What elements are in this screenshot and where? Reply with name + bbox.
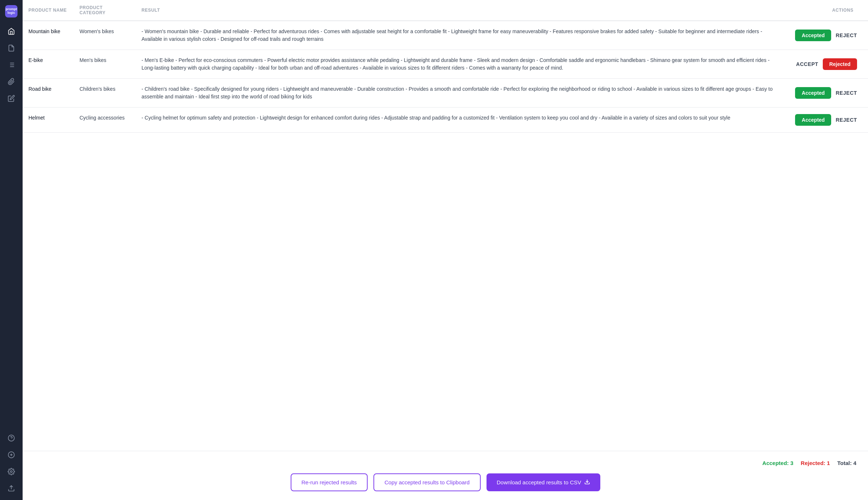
table-row: Mountain bikeWomen's bikes- Women's moun… bbox=[23, 21, 868, 50]
actions-group: AcceptedREJECT bbox=[795, 87, 857, 99]
cell-result: - Cycling helmet for optimum safety and … bbox=[136, 108, 789, 133]
total-label: Total: bbox=[837, 460, 852, 466]
cell-actions: AcceptedREJECT bbox=[789, 79, 868, 108]
header-result: RESULT bbox=[136, 0, 789, 21]
rejected-button[interactable]: Rejected bbox=[823, 58, 857, 70]
accepted-label: Accepted: bbox=[762, 460, 789, 466]
cell-actions: AcceptedREJECT bbox=[789, 108, 868, 133]
main-content: PRODUCT NAME PRODUCT CATEGORY RESULT ACT… bbox=[23, 0, 868, 500]
sidebar: promptlogic bbox=[0, 0, 23, 500]
cell-actions: AcceptedREJECT bbox=[789, 21, 868, 50]
cell-result: - Children's road bike - Specifically de… bbox=[136, 79, 789, 108]
cell-product-category: Children's bikes bbox=[74, 79, 136, 108]
accepted-stat: Accepted: 3 bbox=[762, 460, 795, 466]
total-count: 4 bbox=[853, 460, 856, 466]
actions-group: ACCEPTRejected bbox=[795, 58, 857, 70]
cell-product-category: Cycling accessories bbox=[74, 108, 136, 133]
accepted-button[interactable]: Accepted bbox=[795, 87, 831, 99]
cell-product-name: Road bike bbox=[23, 79, 74, 108]
settings-icon[interactable] bbox=[4, 464, 19, 479]
cell-product-name: Helmet bbox=[23, 108, 74, 133]
reject-button[interactable]: REJECT bbox=[836, 90, 857, 96]
rerun-button[interactable]: Re-run rejected results bbox=[291, 473, 368, 491]
accepted-button[interactable]: Accepted bbox=[795, 30, 831, 41]
accept-button[interactable]: ACCEPT bbox=[796, 61, 818, 67]
home-icon[interactable] bbox=[4, 24, 19, 39]
rejected-count: 1 bbox=[827, 460, 830, 466]
rejected-stat: Rejected: 1 bbox=[801, 460, 832, 466]
footer: Accepted: 3 Rejected: 1 Total: 4 Re-run … bbox=[23, 451, 868, 500]
document-icon[interactable] bbox=[4, 41, 19, 55]
accepted-count: 3 bbox=[790, 460, 793, 466]
total-stat: Total: 4 bbox=[837, 460, 856, 466]
actions-group: AcceptedREJECT bbox=[795, 30, 857, 41]
rejected-label: Rejected: bbox=[801, 460, 826, 466]
table-header-row: PRODUCT NAME PRODUCT CATEGORY RESULT ACT… bbox=[23, 0, 868, 21]
table-wrapper: PRODUCT NAME PRODUCT CATEGORY RESULT ACT… bbox=[23, 0, 868, 451]
logo-box: promptlogic bbox=[5, 5, 18, 17]
svg-point-11 bbox=[11, 471, 12, 473]
copy-button[interactable]: Copy accepted results to Clipboard bbox=[373, 473, 480, 491]
header-product-category: PRODUCT CATEGORY bbox=[74, 0, 136, 21]
header-product-name: PRODUCT NAME bbox=[23, 0, 74, 21]
edit-icon[interactable] bbox=[4, 91, 19, 106]
results-table: PRODUCT NAME PRODUCT CATEGORY RESULT ACT… bbox=[23, 0, 868, 133]
money-icon[interactable] bbox=[4, 448, 19, 462]
cell-actions: ACCEPTRejected bbox=[789, 50, 868, 79]
table-row: E-bikeMen's bikes- Men's E-bike - Perfec… bbox=[23, 50, 868, 79]
accepted-button[interactable]: Accepted bbox=[795, 114, 831, 126]
reject-button[interactable]: REJECT bbox=[836, 117, 857, 123]
paperclip-icon[interactable] bbox=[4, 74, 19, 89]
reject-button[interactable]: REJECT bbox=[836, 32, 857, 38]
logo: promptlogic bbox=[4, 4, 18, 18]
download-label: Download accepted results to CSV bbox=[497, 479, 581, 485]
header-actions: ACTIONS bbox=[789, 0, 868, 21]
download-icon bbox=[584, 479, 590, 486]
stats-bar: Accepted: 3 Rejected: 1 Total: 4 bbox=[34, 460, 856, 466]
download-button[interactable]: Download accepted results to CSV bbox=[487, 473, 600, 491]
cell-product-category: Women's bikes bbox=[74, 21, 136, 50]
table-row: Road bikeChildren's bikes- Children's ro… bbox=[23, 79, 868, 108]
table-row: HelmetCycling accessories- Cycling helme… bbox=[23, 108, 868, 133]
cell-result: - Men's E-bike - Perfect for eco-conscio… bbox=[136, 50, 789, 79]
footer-buttons: Re-run rejected results Copy accepted re… bbox=[34, 473, 856, 491]
export-icon[interactable] bbox=[4, 481, 19, 496]
cell-product-category: Men's bikes bbox=[74, 50, 136, 79]
help-icon[interactable] bbox=[4, 431, 19, 445]
actions-group: AcceptedREJECT bbox=[795, 114, 857, 126]
list-icon[interactable] bbox=[4, 58, 19, 72]
cell-product-name: E-bike bbox=[23, 50, 74, 79]
cell-result: - Women's mountain bike - Durable and re… bbox=[136, 21, 789, 50]
cell-product-name: Mountain bike bbox=[23, 21, 74, 50]
